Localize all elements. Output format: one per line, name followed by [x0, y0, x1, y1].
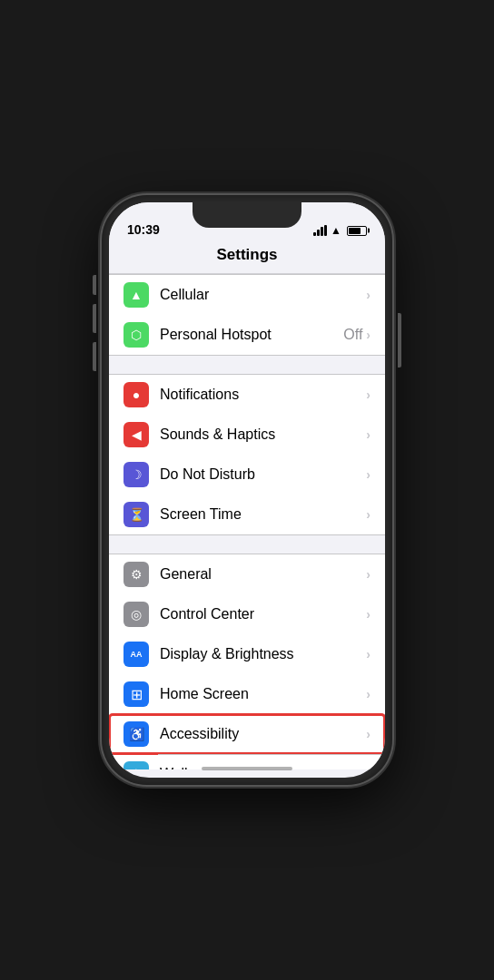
section-gap: [109, 535, 385, 554]
home-indicator: [202, 767, 292, 770]
settings-item-notifications[interactable]: ●Notifications›: [109, 375, 385, 415]
power-button[interactable]: [398, 313, 401, 368]
sounds-label: Sounds & Haptics: [160, 426, 366, 443]
section-gap: [109, 356, 385, 374]
general-icon: ⚙: [124, 562, 149, 587]
settings-item-accessibility[interactable]: ♿Accessibility›: [109, 714, 385, 754]
wifi-icon: ▲: [331, 224, 341, 237]
display-label: Display & Brightness: [160, 646, 366, 662]
battery-icon: [347, 226, 367, 236]
settings-item-dnd[interactable]: ☽Do Not Disturb›: [109, 455, 385, 495]
settings-item-sounds[interactable]: ◀Sounds & Haptics›: [109, 415, 385, 455]
section-notifications: ●Notifications›◀Sounds & Haptics›☽Do Not…: [109, 374, 385, 535]
controlcenter-label: Control Center: [160, 606, 366, 622]
general-label: General: [160, 566, 366, 583]
homescreen-chevron: ›: [366, 687, 370, 701]
general-chevron: ›: [366, 567, 370, 582]
sounds-chevron: ›: [366, 427, 370, 442]
phone-frame: 10:39 ▲ Settings ▲Cellular›⬡Personal Hot…: [102, 195, 392, 785]
controlcenter-icon: ◎: [124, 602, 149, 627]
hotspot-icon: ⬡: [124, 322, 149, 348]
screentime-chevron: ›: [366, 507, 370, 522]
notifications-label: Notifications: [160, 387, 366, 403]
section-connectivity: ▲Cellular›⬡Personal HotspotOff›: [109, 274, 385, 356]
wallpaper-chevron: ›: [366, 767, 370, 769]
personal-hotspot-value: Off: [343, 327, 362, 343]
settings-item-homescreen[interactable]: ⊞Home Screen›: [109, 674, 385, 714]
display-chevron: ›: [366, 647, 370, 662]
settings-item-general[interactable]: ⚙General›: [109, 554, 385, 594]
status-time: 10:39: [127, 222, 160, 237]
settings-item-cellular[interactable]: ▲Cellular›: [109, 275, 385, 315]
settings-content[interactable]: ▲Cellular›⬡Personal HotspotOff›●Notifica…: [109, 274, 385, 769]
status-icons: ▲: [313, 224, 367, 237]
settings-item-personal-hotspot[interactable]: ⬡Personal HotspotOff›: [109, 315, 385, 355]
notifications-icon: ●: [124, 382, 149, 407]
notch: [193, 202, 301, 228]
homescreen-icon: ⊞: [124, 681, 149, 707]
nav-bar: Settings: [109, 242, 385, 274]
nav-title: Settings: [216, 246, 277, 263]
silent-button[interactable]: [93, 275, 96, 295]
settings-item-display[interactable]: AADisplay & Brightness›: [109, 634, 385, 674]
wallpaper-icon: ❋: [124, 761, 149, 769]
dnd-chevron: ›: [366, 467, 370, 482]
notifications-chevron: ›: [366, 387, 370, 402]
phone-screen: 10:39 ▲ Settings ▲Cellular›⬡Personal Hot…: [109, 202, 385, 778]
screentime-label: Screen Time: [160, 506, 366, 523]
settings-item-controlcenter[interactable]: ◎Control Center›: [109, 594, 385, 634]
dnd-icon: ☽: [124, 462, 149, 487]
displaybrightness-icon: AA: [124, 642, 149, 667]
volume-down-button[interactable]: [93, 342, 96, 371]
personal-hotspot-label: Personal Hotspot: [160, 327, 343, 343]
personal-hotspot-chevron: ›: [366, 328, 370, 342]
sounds-icon: ◀: [124, 422, 149, 447]
accessibility-icon: ♿: [124, 721, 149, 747]
accessibility-chevron: ›: [366, 727, 370, 741]
dnd-label: Do Not Disturb: [160, 466, 366, 483]
volume-up-button[interactable]: [93, 304, 96, 333]
settings-item-screentime[interactable]: ⏳Screen Time›: [109, 495, 385, 534]
accessibility-label: Accessibility: [160, 726, 366, 742]
section-general: ⚙General›◎Control Center›AADisplay & Bri…: [109, 554, 385, 769]
cellular-chevron: ›: [366, 288, 370, 302]
signal-icon: [313, 225, 327, 236]
cellular-icon: ▲: [124, 282, 149, 308]
controlcenter-chevron: ›: [366, 607, 370, 622]
homescreen-label: Home Screen: [160, 686, 366, 702]
cellular-label: Cellular: [160, 287, 366, 303]
screentime-icon: ⏳: [124, 502, 149, 527]
